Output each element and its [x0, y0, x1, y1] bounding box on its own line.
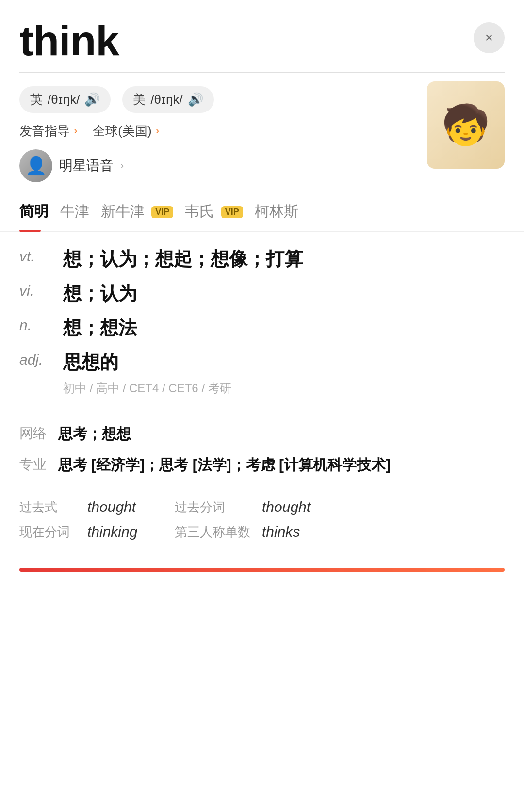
- british-ipa: /θɪŋk/: [48, 92, 80, 107]
- global-label: 全球(美国): [93, 123, 151, 140]
- tab-jianming[interactable]: 简明: [19, 202, 60, 231]
- pos-vi: vi.: [19, 281, 63, 299]
- star-voice-button[interactable]: 👤 明星语音 ›: [19, 149, 417, 182]
- british-label: 英: [30, 91, 43, 108]
- global-arrow-icon: ›: [156, 125, 159, 137]
- avatar-icon: 👤: [25, 156, 47, 176]
- forms-section: 过去式 thought 过去分词 thought 现在分词 thinking 第…: [0, 489, 524, 558]
- header-section: think ×: [0, 0, 524, 72]
- tab-kolins-label: 柯林斯: [255, 203, 298, 219]
- def-text-vi: 想；认为: [63, 281, 505, 306]
- phonetics-left: 英 /θɪŋk/ 🔊 美 /θɪŋk/ 🔊 发音指导 › 全球(美国) ›: [19, 86, 417, 182]
- pos-adj: adj.: [19, 350, 63, 368]
- definitions-section: vt. 想；认为；想起；想像；打算 vi. 想；认为 n. 想；想法 adj. …: [0, 232, 524, 417]
- third-person-label: 第三人称单数: [175, 524, 252, 541]
- def-row-vt: vt. 想；认为；想起；想像；打算: [19, 246, 505, 272]
- extra-row-professional: 专业 思考 [经济学]；思考 [法学]；考虑 [计算机科学技术]: [19, 453, 505, 477]
- def-text-vt: 想；认为；想起；想像；打算: [63, 246, 505, 272]
- phonetics-row: 英 /θɪŋk/ 🔊 美 /θɪŋk/ 🔊: [19, 86, 417, 113]
- tab-xin-niujin-label: 新牛津: [101, 203, 145, 219]
- tabs-row: 简明 牛津 新牛津 VIP 韦氏 VIP 柯林斯: [19, 202, 505, 231]
- tab-weishi-label: 韦氏: [185, 203, 214, 219]
- def-text-n: 想；想法: [63, 315, 505, 341]
- pos-n: n.: [19, 315, 63, 334]
- third-person-value[interactable]: thinks: [262, 524, 300, 540]
- past-tense-value[interactable]: thought: [87, 499, 165, 515]
- american-label: 美: [133, 91, 146, 108]
- extra-text-professional: 思考 [经济学]；思考 [法学]；考虑 [计算机科学技术]: [58, 453, 505, 477]
- guide-arrow-icon: ›: [74, 125, 77, 137]
- phonetics-section: 英 /θɪŋk/ 🔊 美 /θɪŋk/ 🔊 发音指导 › 全球(美国) ›: [0, 73, 524, 182]
- extra-label-network: 网络: [19, 422, 58, 443]
- tab-kolins[interactable]: 柯林斯: [255, 202, 310, 231]
- level-tags: 初中 / 高中 / CET4 / CET6 / 考研: [19, 381, 505, 396]
- tab-xin-niujin[interactable]: 新牛津 VIP: [101, 202, 185, 231]
- extra-row-network: 网络 思考；想想: [19, 422, 505, 446]
- british-sound-icon: 🔊: [84, 92, 100, 107]
- american-phonetic[interactable]: 美 /θɪŋk/ 🔊: [122, 86, 213, 113]
- xin-niujin-vip-badge: VIP: [151, 206, 173, 218]
- tabs-section: 简明 牛津 新牛津 VIP 韦氏 VIP 柯林斯: [0, 182, 524, 232]
- tab-niujin[interactable]: 牛津: [60, 202, 101, 231]
- past-participle-value[interactable]: thought: [262, 499, 311, 515]
- star-voice-arrow-icon: ›: [120, 159, 124, 172]
- star-voice-label: 明星语音: [59, 157, 114, 175]
- form-row-past: 过去式 thought 过去分词 thought: [19, 499, 505, 516]
- guide-label: 发音指导: [19, 123, 70, 140]
- british-phonetic[interactable]: 英 /θɪŋk/ 🔊: [19, 86, 111, 113]
- global-accent[interactable]: 全球(美国) ›: [93, 123, 159, 140]
- present-participle-value[interactable]: thinking: [87, 524, 165, 540]
- past-participle-label: 过去分词: [175, 499, 252, 516]
- form-row-present: 现在分词 thinking 第三人称单数 thinks: [19, 524, 505, 541]
- word-image: 🧒: [427, 81, 505, 169]
- weishi-vip-badge: VIP: [221, 206, 243, 218]
- bottom-bar: [19, 568, 505, 572]
- tab-jianming-label: 简明: [19, 203, 49, 219]
- avatar: 👤: [19, 149, 52, 182]
- word-image-icon: 🧒: [442, 102, 490, 148]
- def-row-n: n. 想；想法: [19, 315, 505, 341]
- def-row-vi: vi. 想；认为: [19, 281, 505, 306]
- pos-vt: vt.: [19, 246, 63, 265]
- american-ipa: /θɪŋk/: [150, 92, 182, 107]
- american-sound-icon: 🔊: [188, 92, 203, 107]
- extra-section: 网络 思考；想想 专业 思考 [经济学]；思考 [法学]；考虑 [计算机科学技术…: [0, 417, 524, 489]
- extra-text-network: 思考；想想: [58, 422, 505, 446]
- pronunciation-guide[interactable]: 发音指导 ›: [19, 123, 77, 140]
- past-tense-label: 过去式: [19, 499, 78, 516]
- def-text-adj: 思想的: [63, 350, 505, 375]
- present-participle-label: 现在分词: [19, 524, 78, 541]
- extra-label-professional: 专业: [19, 453, 58, 474]
- def-row-adj: adj. 思想的: [19, 350, 505, 375]
- guide-row: 发音指导 › 全球(美国) ›: [19, 123, 417, 140]
- tab-weishi[interactable]: 韦氏 VIP: [185, 202, 254, 231]
- close-button[interactable]: ×: [474, 22, 505, 53]
- word-title: think: [19, 17, 119, 64]
- tab-niujin-label: 牛津: [60, 203, 89, 219]
